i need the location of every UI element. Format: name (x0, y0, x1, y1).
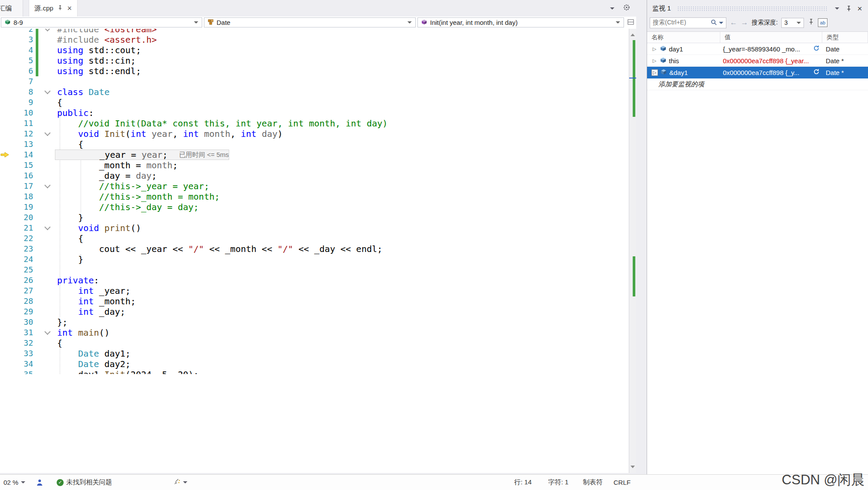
line-number[interactable]: 16 (13, 170, 33, 181)
line-number[interactable]: 13 (13, 139, 33, 150)
code-line-9[interactable]: 9{ (0, 97, 627, 108)
code-text[interactable]: //this->_year = year; (55, 181, 209, 191)
code-line-33[interactable]: 33 Date day1; (0, 348, 627, 359)
code-line-14[interactable]: 14 _year = year;已用时间 <= 5ms (0, 150, 627, 160)
watch-name-cell[interactable]: 添加要监视的项 (647, 78, 720, 90)
code-text[interactable]: cout << _year << "/" << _month << "/" <<… (55, 244, 383, 254)
line-number[interactable]: 4 (13, 45, 33, 55)
code-text[interactable]: }; (55, 317, 68, 327)
breakpoint-margin[interactable] (0, 66, 13, 76)
code-text[interactable]: using std::endl; (55, 66, 141, 76)
outline-margin[interactable] (40, 87, 55, 97)
code-text[interactable]: void Init(int year, int month, int day) (55, 129, 283, 139)
breakpoint-margin[interactable] (0, 160, 13, 170)
line-number[interactable]: 3 (13, 34, 33, 45)
code-text[interactable]: #include <assert.h> (55, 34, 157, 45)
code-line-4[interactable]: 4using std::cout; (0, 45, 627, 55)
breakpoint-margin[interactable] (0, 97, 13, 108)
code-text[interactable]: //void Init(Data* const this, int year, … (55, 118, 388, 129)
chevron-down-icon[interactable] (719, 22, 723, 24)
code-line-28[interactable]: 28 int _month; (0, 296, 627, 306)
column-header-value[interactable]: 值 (720, 32, 822, 43)
code-line-25[interactable]: 25 (0, 265, 627, 275)
breakpoint-margin[interactable] (0, 317, 13, 327)
code-cleanup-button[interactable] (173, 475, 187, 490)
code-text[interactable]: _month = month; (55, 160, 178, 170)
line-number[interactable]: 14 (13, 150, 33, 160)
code-text[interactable] (55, 265, 57, 275)
code-text[interactable]: Date day2; (55, 359, 131, 369)
code-line-10[interactable]: 10public: (0, 108, 627, 118)
code-line-29[interactable]: 29 int _day; (0, 306, 627, 317)
code-text[interactable]: class Date (55, 87, 109, 97)
code-text[interactable]: Date day1; (55, 348, 131, 359)
code-line-26[interactable]: 26private: (0, 275, 627, 286)
back-arrow-icon[interactable]: ← (730, 18, 737, 27)
line-number[interactable]: 24 (13, 254, 33, 265)
code-line-24[interactable]: 24 } (0, 254, 627, 265)
status-line[interactable]: 行: 14 (514, 475, 532, 490)
expander-box[interactable]: ▷ (651, 69, 658, 76)
watch-row-this[interactable]: ▷this0x000000ea7ccff898 {_year...Date * (647, 55, 868, 67)
code-line-16[interactable]: 16 _day = day; (0, 170, 627, 181)
breakpoint-margin[interactable] (0, 129, 13, 139)
watch-name-cell[interactable]: ▷day1 (647, 43, 720, 54)
tab-source-cpp[interactable]: 源.cpp × (29, 0, 77, 17)
line-number[interactable]: 20 (13, 212, 33, 223)
forward-arrow-icon[interactable]: → (741, 18, 748, 27)
line-number[interactable]: 26 (13, 275, 33, 286)
gear-icon[interactable] (623, 4, 630, 13)
line-number[interactable]: 6 (13, 66, 33, 76)
outline-chevron-icon[interactable] (44, 182, 51, 188)
watch-search-input[interactable]: 搜索(Ctrl+E) (650, 17, 726, 28)
scrollbar-down-arrow-icon[interactable] (631, 466, 635, 470)
line-number[interactable]: 30 (13, 317, 33, 327)
split-editor-icon[interactable] (627, 19, 634, 27)
close-icon[interactable]: × (67, 4, 72, 12)
breakpoint-margin[interactable] (0, 369, 13, 374)
line-number[interactable]: 17 (13, 181, 33, 191)
breakpoint-margin[interactable] (0, 45, 13, 55)
breakpoint-margin[interactable] (0, 327, 13, 338)
watch-row-day1[interactable]: ▷&day10x000000ea7ccff898 {_y...Date * (647, 67, 868, 78)
code-line-12[interactable]: 12 void Init(int year, int month, int da… (0, 129, 627, 139)
code-line-21[interactable]: 21 void print() (0, 223, 627, 233)
outline-chevron-icon[interactable] (44, 130, 51, 136)
breakpoint-margin[interactable] (0, 296, 13, 306)
breakpoint-margin[interactable] (0, 87, 13, 97)
code-text[interactable]: void print() (55, 223, 141, 233)
watch-name-cell[interactable]: ▷this (647, 55, 720, 66)
line-number[interactable]: 34 (13, 359, 33, 369)
code-line-22[interactable]: 22 { (0, 233, 627, 244)
line-number[interactable]: 22 (13, 233, 33, 244)
line-number[interactable]: 21 (13, 223, 33, 233)
code-line-20[interactable]: 20 } (0, 212, 627, 223)
watch-row-day1[interactable]: ▷day1{_year=-858993460 _mo...Date (647, 43, 868, 55)
code-line-2[interactable]: 2#include <iostream> (0, 29, 627, 34)
perf-tip[interactable]: 已用时间 <= 5ms (179, 151, 229, 159)
search-depth-select[interactable]: 3 (781, 18, 804, 28)
breakpoint-margin[interactable] (0, 150, 13, 160)
outline-margin[interactable] (40, 327, 55, 338)
code-line-17[interactable]: 17 //this->_year = year; (0, 181, 627, 191)
code-line-13[interactable]: 13 { (0, 139, 627, 150)
code-line-32[interactable]: 32{ (0, 338, 627, 348)
chevron-down-icon[interactable] (833, 7, 841, 10)
code-line-18[interactable]: 18 //this->_month = month; (0, 191, 627, 202)
line-number[interactable]: 8 (13, 87, 33, 97)
code-text[interactable]: { (55, 97, 62, 108)
breakpoint-margin[interactable] (0, 233, 13, 244)
watch-value-cell[interactable]: {_year=-858993460 _mo... (720, 43, 822, 54)
breakpoint-margin[interactable] (0, 244, 13, 254)
code-text[interactable]: private: (55, 275, 99, 286)
status-tabs[interactable]: 制表符 (583, 475, 603, 490)
watch-value-cell[interactable] (720, 78, 822, 90)
code-text[interactable]: int main() (55, 327, 109, 338)
person-icon[interactable] (37, 475, 43, 490)
line-number[interactable]: 9 (13, 97, 33, 108)
refresh-icon[interactable] (813, 68, 820, 76)
expander-icon[interactable]: ▷ (652, 70, 658, 75)
breakpoint-margin[interactable] (0, 181, 13, 191)
line-number[interactable]: 18 (13, 191, 33, 202)
code-text[interactable]: day1.Init(2024, 5, 20); (55, 369, 199, 374)
